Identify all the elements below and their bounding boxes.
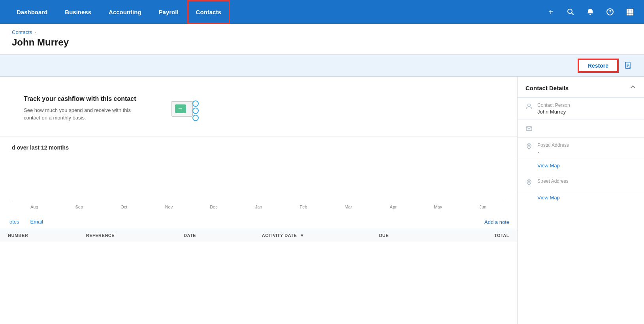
search-button[interactable]: [564, 6, 577, 18]
x-label-sep: Sep: [57, 205, 102, 209]
right-sidebar: Contact Details Contact Person John Murr…: [518, 77, 644, 324]
cashflow-banner: Track your cashflow with this contact Se…: [0, 77, 517, 136]
nav-item-dashboard[interactable]: Dashboard: [8, 0, 56, 24]
svg-rect-10: [627, 13, 629, 15]
svg-point-23: [528, 104, 531, 107]
svg-rect-5: [629, 9, 631, 11]
contact-person-content: Contact Person John Murrey: [537, 102, 636, 115]
postal-address-content: Postal Address ·: [537, 142, 636, 155]
street-address-content: Street Address: [537, 178, 636, 185]
th-due: DUE: [379, 233, 444, 238]
svg-rect-4: [627, 9, 629, 11]
svg-text:?: ?: [609, 9, 612, 14]
main-layout: Track your cashflow with this contact Se…: [0, 77, 644, 324]
svg-rect-6: [631, 9, 633, 11]
email-icon: [525, 125, 533, 133]
view-map-1-link[interactable]: View Map: [537, 163, 560, 169]
x-label-feb: Feb: [281, 205, 326, 209]
person-icon: [525, 103, 533, 111]
th-date: DATE: [184, 233, 262, 238]
sort-arrow-icon: ▼: [300, 233, 304, 238]
x-label-jun: Jun: [460, 205, 505, 209]
cashflow-graphic-area: →: [160, 93, 203, 124]
tab-notes[interactable]: otes: [8, 216, 21, 229]
svg-rect-8: [629, 11, 631, 13]
contact-details-title: Contact Details: [525, 85, 569, 91]
breadcrumb: Contacts ›: [12, 29, 632, 35]
street-address-icon: [525, 179, 533, 187]
collapse-sidebar-button[interactable]: [630, 84, 636, 92]
x-label-aug: Aug: [12, 205, 57, 209]
svg-line-1: [572, 13, 574, 15]
th-total: TOTAL: [444, 233, 509, 238]
content-area: Track your cashflow with this contact Se…: [0, 77, 518, 324]
nav-item-accounting[interactable]: Accounting: [100, 0, 150, 24]
svg-rect-9: [631, 11, 633, 13]
breadcrumb-separator: ›: [34, 30, 36, 35]
page-title: John Murrey: [12, 37, 632, 48]
notifications-button[interactable]: [584, 6, 597, 18]
svg-text:→: →: [177, 105, 183, 112]
chart-x-labels: Aug Sep Oct Nov Dec Jan Feb Mar Apr May …: [12, 202, 505, 212]
postal-address-row: Postal Address ·: [518, 138, 644, 160]
email-row: [518, 120, 644, 138]
add-note-link[interactable]: Add a note: [484, 219, 509, 225]
document-icon-button[interactable]: [622, 59, 635, 72]
x-label-nov: Nov: [147, 205, 192, 209]
svg-point-22: [193, 115, 198, 121]
svg-point-20: [193, 101, 198, 106]
svg-rect-12: [631, 13, 633, 15]
street-address-label: Street Address: [537, 178, 636, 184]
view-map-2-link[interactable]: View Map: [537, 195, 560, 201]
cashflow-svg-icon: →: [160, 93, 203, 124]
svg-rect-7: [627, 11, 629, 13]
nav-items: Dashboard Business Accounting Payroll Co…: [8, 0, 544, 24]
svg-rect-24: [526, 127, 532, 131]
x-label-oct: Oct: [102, 205, 147, 209]
view-map-2-row: View Map: [518, 192, 644, 206]
x-label-apr: Apr: [371, 205, 416, 209]
restore-button[interactable]: Restore: [578, 59, 618, 72]
tab-email[interactable]: Email: [29, 216, 45, 229]
chart-title: d over last 12 months: [12, 144, 505, 151]
contact-person-label: Contact Person: [537, 102, 636, 108]
nav-right-icons: + ?: [544, 6, 636, 18]
postal-address-icon: [525, 143, 533, 151]
chart-section: d over last 12 months Aug Sep Oct Nov De…: [0, 136, 517, 212]
table-header-row: NUMBER REFERENCE DATE ACTIVITY DATE ▼ DU…: [0, 229, 517, 242]
x-label-jan: Jan: [236, 205, 281, 209]
x-label-dec: Dec: [191, 205, 236, 209]
th-activity-date: ACTIVITY DATE ▼: [262, 233, 379, 238]
svg-rect-11: [629, 13, 631, 15]
svg-point-21: [193, 108, 198, 114]
contact-person-value: John Murrey: [537, 109, 636, 115]
action-bar: Restore: [0, 55, 644, 77]
apps-grid-button[interactable]: [623, 6, 636, 18]
cashflow-heading: Track your cashflow with this contact: [24, 95, 136, 102]
th-number: NUMBER: [8, 233, 86, 238]
cashflow-description: See how much you spend and receive with …: [24, 106, 134, 122]
x-label-may: May: [416, 205, 461, 209]
contact-details-header: Contact Details: [518, 77, 644, 98]
street-address-row: Street Address: [518, 174, 644, 192]
breadcrumb-contacts-link[interactable]: Contacts: [12, 29, 32, 35]
postal-address-label: Postal Address: [537, 142, 636, 148]
cashflow-text: Track your cashflow with this contact Se…: [24, 95, 136, 122]
chart-area: [12, 155, 505, 202]
x-label-mar: Mar: [326, 205, 371, 209]
nav-item-payroll[interactable]: Payroll: [150, 0, 187, 24]
help-button[interactable]: ?: [604, 6, 616, 18]
view-map-1-row: View Map: [518, 160, 644, 174]
page-header: Contacts › John Murrey: [0, 24, 644, 55]
add-button[interactable]: +: [544, 6, 557, 18]
bottom-section: otes Email Add a note NUMBER REFERENCE D…: [0, 212, 517, 242]
th-reference: REFERENCE: [86, 233, 184, 238]
tab-bar: otes Email Add a note: [0, 216, 517, 229]
nav-item-contacts[interactable]: Contacts: [187, 0, 230, 24]
nav-item-business[interactable]: Business: [56, 0, 100, 24]
top-navigation: Dashboard Business Accounting Payroll Co…: [0, 0, 644, 24]
contact-person-row: Contact Person John Murrey: [518, 98, 644, 120]
